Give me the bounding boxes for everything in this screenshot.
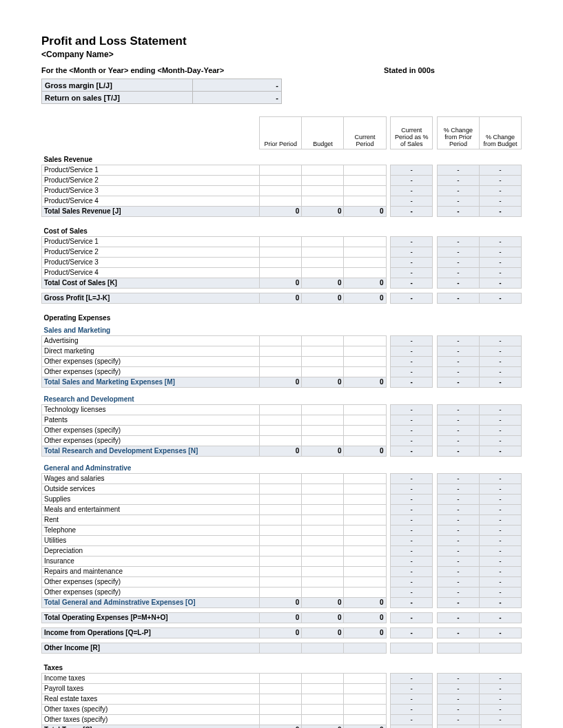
col-budget: Budget xyxy=(302,117,344,149)
table-row: Product/Service 2--- xyxy=(42,176,522,186)
section-header: Cost of Sales xyxy=(42,221,522,237)
table-row: Product/Service 2--- xyxy=(42,247,522,258)
table-row: Depreciation--- xyxy=(42,546,522,557)
gross-margin-label: Gross margin [L/J] xyxy=(42,79,193,92)
col-pct-change-prior: % Change from Prior Period xyxy=(437,117,479,149)
table-row: Real estate taxes--- xyxy=(42,694,522,705)
page-title: Profit and Loss Statement xyxy=(41,34,522,48)
total-row: Total Cost of Sales [K]000--- xyxy=(42,278,522,289)
total-row: Income from Operations [Q=L-P]000--- xyxy=(42,628,522,638)
col-pct-change-budget: % Change from Budget xyxy=(479,117,521,149)
total-row: Other Income [R] xyxy=(42,643,522,654)
total-row: Total Taxes [S]000--- xyxy=(42,725,522,729)
table-row: Other expenses (specify)--- xyxy=(42,577,522,587)
stated-in: Stated in 000s xyxy=(384,66,522,74)
table-row: Product/Service 1--- xyxy=(42,165,522,176)
section-header: Taxes xyxy=(42,658,522,674)
col-current-period: Current Period xyxy=(344,117,386,149)
return-on-sales-label: Return on sales [T/J] xyxy=(42,92,193,104)
table-row: Patents--- xyxy=(42,415,522,426)
table-row: Other expenses (specify)--- xyxy=(42,367,522,377)
section-header: Operating Expenses xyxy=(42,308,522,323)
table-row: Supplies--- xyxy=(42,495,522,505)
table-row: Insurance--- xyxy=(42,557,522,567)
table-row: Rent--- xyxy=(42,515,522,526)
col-prior-period: Prior Period xyxy=(260,117,302,149)
table-row: Meals and entertainment--- xyxy=(42,505,522,515)
gross-margin-value: - xyxy=(193,79,282,92)
key-metrics-table: Gross margin [L/J] - Return on sales [T/… xyxy=(41,79,282,104)
table-row: Technology licenses--- xyxy=(42,405,522,415)
total-row: Total General and Adminstrative Expenses… xyxy=(42,598,522,608)
table-row: Wages and salaries--- xyxy=(42,474,522,484)
table-row: Telephone--- xyxy=(42,526,522,536)
table-row: Other taxes (specify)--- xyxy=(42,715,522,725)
table-row: Other expenses (specify)--- xyxy=(42,426,522,436)
table-row: Product/Service 4--- xyxy=(42,196,522,207)
total-row: Gross Profit [L=J-K]000--- xyxy=(42,293,522,304)
total-row: Total Sales Revenue [J]000--- xyxy=(42,207,522,217)
table-row: Income taxes--- xyxy=(42,674,522,684)
table-row: Product/Service 4--- xyxy=(42,268,522,278)
section-header: Sales Revenue xyxy=(42,149,522,165)
section-header: Research and Development xyxy=(42,392,522,405)
table-row: Direct marketing--- xyxy=(42,346,522,357)
table-row: Outside services--- xyxy=(42,484,522,495)
table-row: Repairs and maintenance--- xyxy=(42,567,522,577)
table-row: Payroll taxes--- xyxy=(42,684,522,694)
table-row: Product/Service 1--- xyxy=(42,237,522,247)
table-row: Other taxes (specify)--- xyxy=(42,705,522,715)
section-header: General and Adminstrative xyxy=(42,461,522,474)
table-row: Other expenses (specify)--- xyxy=(42,587,522,598)
return-on-sales-value: - xyxy=(193,92,282,104)
table-row: Utilities--- xyxy=(42,536,522,546)
total-row: Total Research and Development Expenses … xyxy=(42,446,522,457)
table-row: Advertising--- xyxy=(42,336,522,346)
period-text: For the <Month or Year> ending <Month-Da… xyxy=(41,66,384,74)
table-row: Product/Service 3--- xyxy=(42,258,522,268)
total-row: Total Operating Expenses [P=M+N+O]000--- xyxy=(42,613,522,623)
table-row: Product/Service 3--- xyxy=(42,186,522,196)
section-header: Sales and Marketing xyxy=(42,323,522,336)
company-name: <Company Name> xyxy=(41,50,522,59)
table-row: Other expenses (specify)--- xyxy=(42,436,522,446)
total-row: Total Sales and Marketing Expenses [M]00… xyxy=(42,377,522,388)
table-row: Other expenses (specify)--- xyxy=(42,357,522,367)
col-pct-of-sales: Current Period as % of Sales xyxy=(391,117,433,149)
pnl-table: Prior Period Budget Current Period Curre… xyxy=(41,116,522,728)
